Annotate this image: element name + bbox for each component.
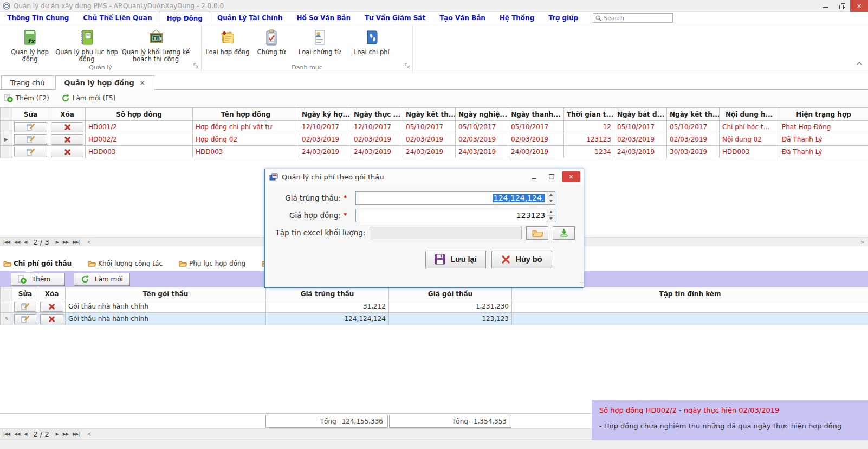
- tab-chi-phi-goi-thau[interactable]: Chi phí gói thầu: [3, 260, 72, 267]
- group-dialog-launcher-icon[interactable]: [193, 63, 199, 70]
- column-header[interactable]: Tập tin đính kèm: [512, 287, 868, 300]
- column-header[interactable]: Ngày nghiệ...: [456, 108, 508, 121]
- hscroll-left-arrow[interactable]: <: [87, 239, 91, 245]
- prev-record-button[interactable]: ◀: [24, 240, 27, 245]
- save-button[interactable]: Lưu lại: [425, 251, 486, 268]
- restore-button[interactable]: [834, 0, 850, 12]
- prev-page-button[interactable]: ◀◀: [14, 240, 20, 245]
- prev-record-button[interactable]: ◀: [24, 432, 27, 437]
- menu-item-ho-so-van-ban[interactable]: Hồ Sơ Văn Bản: [290, 12, 358, 24]
- dialog-maximize-button[interactable]: [545, 171, 559, 182]
- column-header[interactable]: Ngày kết th...: [403, 108, 456, 121]
- menu-item-tu-van-giam-sat[interactable]: Tư Vấn Giám Sát: [358, 12, 432, 24]
- tab-trang-chu[interactable]: Trang chủ: [1, 75, 54, 89]
- spin-down-icon[interactable]: [547, 198, 555, 204]
- tab-phu-luc-hop-dong[interactable]: Phụ lục hợp đồng: [179, 260, 245, 267]
- browse-file-button[interactable]: [526, 226, 548, 240]
- spinner-control[interactable]: [547, 209, 555, 222]
- ribbon-button-chung-tu[interactable]: Chứng từ: [250, 25, 293, 56]
- delete-row-button[interactable]: [51, 122, 83, 132]
- column-header[interactable]: Ngày bắt đ...: [614, 108, 667, 121]
- resize-grip[interactable]: ⸪: [580, 280, 582, 286]
- column-header[interactable]: Thời gian t...: [564, 108, 614, 121]
- edit-row-button[interactable]: [14, 147, 47, 157]
- last-record-button[interactable]: ▶▶|: [73, 432, 79, 437]
- close-button[interactable]: ✕: [850, 0, 868, 12]
- column-header[interactable]: Sửa: [12, 287, 38, 300]
- edit-row-button[interactable]: [14, 134, 47, 145]
- column-header[interactable]: Hiện trạng hợp: [779, 108, 868, 121]
- grid-row[interactable]: HDD003HDD00324/03/201924/03/201924/03/20…: [1, 146, 868, 158]
- column-header[interactable]: Nội dung h...: [720, 108, 779, 121]
- detail-add-button[interactable]: Thêm: [11, 273, 65, 286]
- grid-row[interactable]: Gói thầu nhà hành chính31,2121,231,230: [1, 300, 868, 313]
- grid-row[interactable]: ▶HD002/2Hợp đồng 0202/03/201902/03/20190…: [1, 133, 868, 146]
- collapse-ribbon-button[interactable]: [856, 60, 863, 67]
- ribbon-button-quan-ly-khoi-luong[interactable]: 1+1 Quản lý khối lượng kế hoạch thi công: [119, 25, 192, 63]
- tab-close-icon[interactable]: ✕: [140, 79, 145, 87]
- column-header[interactable]: Tên hợp đồng: [193, 108, 299, 121]
- next-page-button[interactable]: ▶▶: [63, 432, 68, 437]
- menu-item-chu-the-lien-quan[interactable]: Chủ Thể Liên Quan: [76, 12, 159, 24]
- edit-row-button[interactable]: [14, 302, 36, 312]
- hscroll-left-arrow[interactable]: <: [87, 431, 91, 437]
- spinner-control[interactable]: [547, 192, 555, 204]
- column-header[interactable]: Ngày thanh...: [508, 108, 564, 121]
- gia-hop-dong-input[interactable]: 123123: [355, 209, 555, 222]
- first-record-button[interactable]: |◀◀: [3, 240, 10, 245]
- menu-item-tro-giup[interactable]: Trợ giúp: [541, 12, 585, 24]
- menu-item-hop-dong[interactable]: Hợp Đồng: [159, 12, 210, 24]
- add-contract-button[interactable]: Thêm (F2): [4, 94, 49, 102]
- menu-item-tao-van-ban[interactable]: Tạo Văn Bản: [432, 12, 493, 24]
- prev-page-button[interactable]: ◀◀: [14, 432, 20, 437]
- delete-row-button[interactable]: [40, 314, 63, 324]
- grid-row[interactable]: ✎Gói thầu nhà hành chính124,124,124123,1…: [1, 313, 868, 325]
- refresh-button[interactable]: Làm mới (F5): [61, 94, 116, 102]
- edit-row-button[interactable]: [14, 122, 47, 132]
- ribbon-button-quan-ly-hop-dong[interactable]: fx Quản lý hợp đồng: [5, 25, 54, 63]
- dialog-minimize-button[interactable]: [527, 171, 541, 182]
- detail-refresh-button[interactable]: Làm mới: [74, 273, 130, 286]
- column-header[interactable]: Tên gói thầu: [66, 287, 266, 300]
- column-header[interactable]: Giá trúng thầu: [266, 287, 389, 300]
- ribbon-button-loai-chung-tu[interactable]: Loại chứng từ: [293, 25, 347, 56]
- tab-quan-ly-hop-dong[interactable]: Quản lý hợp đồng ✕: [55, 75, 154, 90]
- ribbon-button-loai-hop-dong[interactable]: Loại hợp đồng: [205, 25, 250, 56]
- column-header[interactable]: Ngày thực ...: [351, 108, 403, 121]
- edit-row-button[interactable]: [14, 314, 36, 324]
- column-header[interactable]: Sửa: [12, 108, 49, 121]
- import-file-button[interactable]: [553, 226, 575, 240]
- column-header[interactable]: Ngày kết th...: [667, 108, 720, 121]
- last-record-button[interactable]: ▶▶|: [73, 240, 79, 245]
- menu-item-he-thong[interactable]: Hệ Thống: [493, 12, 541, 24]
- delete-row-button[interactable]: [40, 302, 63, 312]
- menu-item-quan-ly-tai-chinh[interactable]: Quản Lý Tài Chính: [210, 12, 290, 24]
- next-record-button[interactable]: ▶: [56, 240, 59, 245]
- hscroll-right-arrow[interactable]: >: [860, 239, 865, 245]
- cancel-button[interactable]: Hủy bỏ: [491, 251, 552, 268]
- column-header[interactable]: Xóa: [49, 108, 86, 121]
- tab-khoi-luong-cong-tac[interactable]: Khối lượng công tác: [88, 260, 163, 267]
- spin-down-icon[interactable]: [547, 216, 555, 222]
- column-header[interactable]: Ngày ký hợ...: [299, 108, 351, 121]
- excel-file-input[interactable]: [370, 227, 522, 239]
- spin-up-icon[interactable]: [547, 192, 555, 198]
- next-record-button[interactable]: ▶: [56, 432, 59, 437]
- delete-row-button[interactable]: [51, 147, 83, 157]
- search-input[interactable]: [604, 15, 670, 22]
- group-dialog-launcher-icon[interactable]: [405, 63, 411, 70]
- dialog-close-button[interactable]: ✕: [562, 171, 580, 182]
- next-page-button[interactable]: ▶▶: [63, 240, 68, 245]
- spin-up-icon[interactable]: [547, 209, 555, 216]
- first-record-button[interactable]: |◀◀: [3, 432, 10, 437]
- menu-item-thong-tin-chung[interactable]: Thông Tin Chung: [0, 12, 76, 24]
- column-header[interactable]: Số hợp đồng: [86, 108, 193, 121]
- ribbon-button-loai-chi-phi[interactable]: Loại chi phí: [347, 25, 397, 56]
- gia-trung-thau-input[interactable]: 124,124,124.: [355, 191, 555, 205]
- ribbon-button-quan-ly-phu-luc[interactable]: Quản lý phụ lục hợp đồng: [54, 25, 119, 63]
- minimize-button[interactable]: [818, 0, 834, 12]
- search-box[interactable]: [593, 13, 673, 23]
- grid-row[interactable]: HD001/2Hợp đồng chi phí vật tư12/10/2017…: [1, 121, 868, 133]
- delete-row-button[interactable]: [51, 134, 83, 145]
- column-header[interactable]: Xóa: [38, 287, 66, 300]
